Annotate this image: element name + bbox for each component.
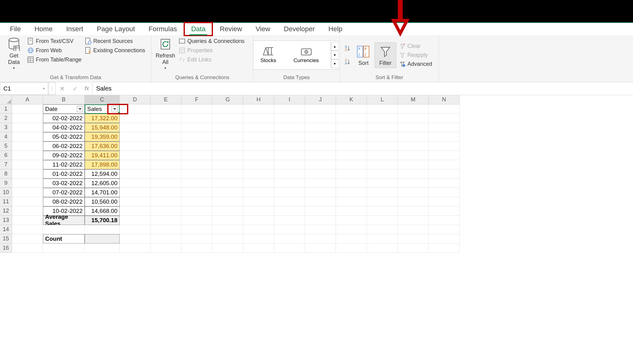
cell[interactable]: [151, 114, 181, 123]
row-header-12[interactable]: 12: [0, 206, 12, 216]
cell[interactable]: [151, 243, 181, 253]
cell[interactable]: [398, 179, 429, 188]
cell[interactable]: [120, 197, 151, 206]
cell[interactable]: [120, 216, 151, 225]
tab-page-layout[interactable]: Page Layout: [90, 23, 142, 36]
cell[interactable]: [398, 123, 429, 132]
row-header-8[interactable]: 8: [0, 169, 12, 179]
row-header-11[interactable]: 11: [0, 197, 12, 206]
cell[interactable]: [305, 123, 336, 132]
cell[interactable]: [398, 142, 429, 151]
cell[interactable]: [151, 197, 181, 206]
cell[interactable]: [336, 123, 367, 132]
cell[interactable]: [398, 206, 429, 216]
date-cell[interactable]: 02-02-2022: [43, 114, 85, 123]
sales-cell[interactable]: 15,948.00: [85, 123, 120, 132]
tab-data[interactable]: Data: [189, 24, 207, 34]
table-header-sales[interactable]: Sales: [85, 104, 120, 114]
cell[interactable]: [367, 188, 398, 197]
cell[interactable]: [429, 234, 460, 243]
cell[interactable]: [367, 123, 398, 132]
sales-cell[interactable]: 14,701.00: [85, 188, 120, 197]
cell[interactable]: [181, 160, 212, 169]
cell[interactable]: [243, 151, 274, 160]
get-data-button[interactable]: Get Data ▾: [3, 36, 25, 70]
cell[interactable]: [367, 225, 398, 234]
cell[interactable]: [181, 169, 212, 179]
row-header-4[interactable]: 4: [0, 132, 12, 142]
cell[interactable]: [367, 142, 398, 151]
cell[interactable]: [367, 104, 398, 114]
cell[interactable]: [12, 160, 43, 169]
from-text-csv-button[interactable]: From Text/CSV: [27, 36, 82, 46]
cell[interactable]: [336, 179, 367, 188]
cell[interactable]: [181, 104, 212, 114]
cell[interactable]: [398, 151, 429, 160]
filter-dropdown-date[interactable]: [77, 106, 83, 112]
tab-home[interactable]: Home: [28, 23, 59, 36]
cell[interactable]: [243, 243, 274, 253]
cell[interactable]: [429, 123, 460, 132]
tab-view[interactable]: View: [249, 23, 277, 36]
cell[interactable]: [336, 225, 367, 234]
count-label-cell[interactable]: Count: [43, 234, 85, 243]
cell[interactable]: [274, 234, 305, 243]
cell[interactable]: [243, 104, 274, 114]
cell[interactable]: [367, 151, 398, 160]
cell[interactable]: [274, 197, 305, 206]
tab-review[interactable]: Review: [213, 23, 249, 36]
cell[interactable]: [429, 216, 460, 225]
cell[interactable]: [367, 234, 398, 243]
column-header-f[interactable]: F: [181, 95, 212, 104]
cell[interactable]: [305, 179, 336, 188]
date-cell[interactable]: 05-02-2022: [43, 132, 85, 142]
cell[interactable]: [12, 179, 43, 188]
cell[interactable]: [429, 197, 460, 206]
from-web-button[interactable]: From Web: [27, 46, 82, 55]
cell[interactable]: [243, 206, 274, 216]
cell[interactable]: [120, 243, 151, 253]
cell[interactable]: [243, 132, 274, 142]
cell[interactable]: [305, 188, 336, 197]
cell[interactable]: [151, 225, 181, 234]
column-header-g[interactable]: G: [212, 95, 243, 104]
cell[interactable]: [305, 104, 336, 114]
currencies-type[interactable]: $ Currencies: [288, 45, 324, 65]
count-value-cell[interactable]: [85, 234, 120, 243]
cell[interactable]: [181, 197, 212, 206]
sales-cell[interactable]: 10,560.00: [85, 197, 120, 206]
from-table-range-button[interactable]: From Table/Range: [27, 55, 82, 64]
cell[interactable]: [305, 243, 336, 253]
cell[interactable]: [212, 225, 243, 234]
cell[interactable]: [429, 160, 460, 169]
column-header-j[interactable]: J: [305, 95, 336, 104]
cell[interactable]: [212, 216, 243, 225]
cell[interactable]: [274, 151, 305, 160]
cell[interactable]: [398, 114, 429, 123]
cell[interactable]: [120, 104, 151, 114]
cell[interactable]: [12, 169, 43, 179]
cell[interactable]: [243, 216, 274, 225]
cell[interactable]: [305, 132, 336, 142]
refresh-all-button[interactable]: Refresh All ▾: [155, 36, 176, 70]
cell[interactable]: [367, 216, 398, 225]
cell[interactable]: [181, 225, 212, 234]
tab-developer[interactable]: Developer: [277, 23, 321, 36]
cell[interactable]: [429, 132, 460, 142]
cell[interactable]: [336, 197, 367, 206]
cell[interactable]: [243, 225, 274, 234]
column-header-a[interactable]: A: [12, 95, 43, 104]
cell[interactable]: [274, 225, 305, 234]
cell[interactable]: [43, 225, 85, 234]
cell[interactable]: [120, 123, 151, 132]
cell[interactable]: [243, 123, 274, 132]
cell[interactable]: [12, 114, 43, 123]
cell[interactable]: [12, 243, 43, 253]
cell[interactable]: [181, 179, 212, 188]
existing-connections-button[interactable]: Existing Connections: [84, 46, 146, 55]
date-cell[interactable]: 04-02-2022: [43, 123, 85, 132]
cell[interactable]: [398, 169, 429, 179]
column-header-d[interactable]: D: [120, 95, 151, 104]
average-value-cell[interactable]: 15,700.18: [85, 216, 120, 225]
cell[interactable]: [274, 114, 305, 123]
